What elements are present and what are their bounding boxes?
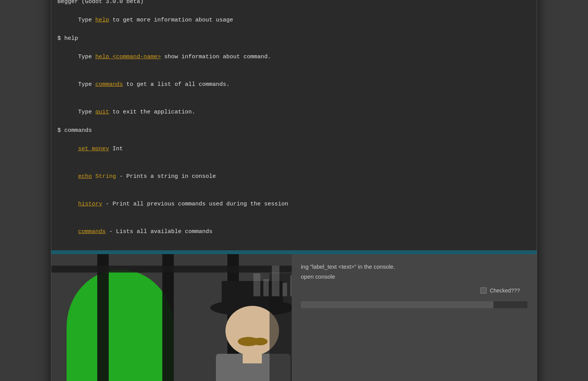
city-silhouette xyxy=(253,266,296,296)
console-text: to exit the application. xyxy=(109,109,195,115)
console-line-2: Type help to get more information about … xyxy=(57,7,531,34)
game-viewport: ing "label_text <text>" in the console. … xyxy=(51,254,537,381)
console-line-3: $ help xyxy=(57,34,531,43)
ui-text-line-1: ing "label_text <text>" in the console. xyxy=(301,263,395,270)
console-line-8: set_money Int xyxy=(57,135,531,163)
checkbox-label: Checked??? xyxy=(490,287,520,294)
console-text: Type xyxy=(78,81,95,88)
console-text: to get more information about usage xyxy=(109,17,233,23)
svg-rect-6 xyxy=(243,352,262,363)
console-text: Type xyxy=(78,17,95,23)
progress-bar xyxy=(301,301,528,308)
console-text: String xyxy=(92,173,116,180)
console-line-5: Type commands to get a list of all comma… xyxy=(57,71,531,99)
divider xyxy=(51,250,537,254)
commands-link-1[interactable]: commands xyxy=(95,81,123,88)
console-text: - Print all previous commands used durin… xyxy=(102,201,288,207)
set-money-link[interactable]: set_money xyxy=(78,146,109,152)
console-text: show information about command. xyxy=(161,54,271,60)
console-text: to get a list of all commands. xyxy=(123,81,230,88)
help-link-1[interactable]: help xyxy=(95,17,109,23)
console-line-4: Type help <command-name> show informatio… xyxy=(57,43,531,71)
console-text: Int xyxy=(109,146,123,152)
console-line-7: $ commands xyxy=(57,126,531,135)
echo-link[interactable]: echo xyxy=(78,173,92,180)
console-line-9: echo String - Prints a string in console xyxy=(57,163,531,190)
checkbox-row: Checked??? xyxy=(301,287,528,294)
svg-point-4 xyxy=(252,338,268,345)
console-output: Begger (Godot 3.0.0 beta) Type help to g… xyxy=(51,0,537,250)
console-line-10: history - Print all previous commands us… xyxy=(57,190,531,218)
history-link[interactable]: history xyxy=(78,201,102,207)
ui-description-1: ing "label_text <text>" in the console. … xyxy=(301,262,528,281)
ui-panel: ing "label_text <text>" in the console. … xyxy=(292,254,537,381)
console-line-1: Begger (Godot 3.0.0 beta) xyxy=(57,0,531,7)
progress-bar-fill xyxy=(301,301,493,308)
help-command-link[interactable]: help <command-name> xyxy=(95,54,161,60)
ui-text-line-2: open console xyxy=(301,273,335,280)
console-text: Type xyxy=(78,54,95,60)
console-line-6: Type quit to exit the application. xyxy=(57,99,531,126)
character-arm-green xyxy=(128,338,158,381)
checked-checkbox[interactable] xyxy=(480,287,487,294)
quit-link[interactable]: quit xyxy=(95,109,109,115)
console-text: - Lists all available commands xyxy=(106,228,212,235)
game-scene-left xyxy=(51,254,315,381)
commands-link-2[interactable]: commands xyxy=(78,228,106,235)
console-text: Type xyxy=(78,109,95,115)
main-window: × Begger (Godot 3.0.0 beta) Type help to… xyxy=(51,0,537,381)
console-line-11: commands - Lists all available commands xyxy=(57,218,531,246)
console-text: - Prints a string in console xyxy=(116,173,216,180)
